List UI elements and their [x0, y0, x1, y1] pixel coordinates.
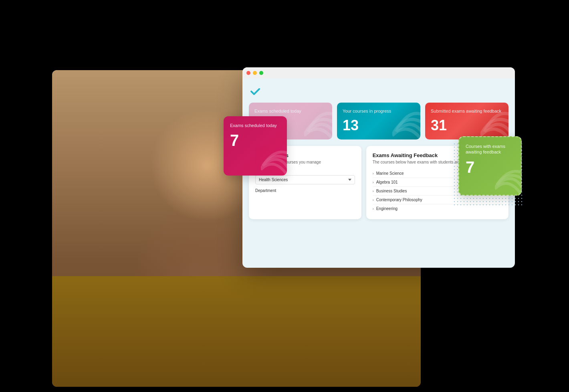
course-name: Business Studies [376, 189, 407, 193]
window-titlebar [242, 67, 515, 79]
chevron-down-icon: › [373, 172, 374, 176]
stat-card-number-teal: 13 [343, 117, 415, 134]
course-name: Contemporary Philosophy [376, 198, 422, 202]
stat-card-label: Exams scheduled today [254, 108, 327, 114]
course-name: Engineering [376, 206, 397, 211]
floating-card-exams-today[interactable]: Exams scheduled today 7 [224, 116, 287, 176]
stat-card-label-red: Submitted exams awaiting feedback [431, 108, 503, 114]
maximize-dot[interactable] [259, 71, 263, 75]
department-label: Department [255, 188, 355, 193]
chevron-down-icon: › [373, 189, 374, 193]
floating-card-label: Exams scheduled today [230, 123, 280, 128]
floating-card-number-green: 7 [466, 158, 515, 176]
floating-card-label-green: Courses with exams awaiting feedback [466, 143, 515, 155]
course-name: Algebra 101 [376, 180, 398, 184]
table-area [52, 276, 421, 387]
stat-card-submitted-awaiting[interactable]: Submitted exams awaiting feedback 31 [425, 103, 508, 139]
stat-card-label-teal: Your courses in progress [343, 108, 415, 114]
chevron-down-icon: › [373, 180, 374, 184]
app-logo [249, 85, 262, 98]
minimize-dot[interactable] [253, 71, 257, 75]
stat-card-number-red: 31 [431, 117, 503, 134]
floating-card-number: 7 [230, 131, 280, 150]
chevron-down-icon: › [373, 207, 374, 211]
stat-cards-row: Exams scheduled today 7 Your courses in … [249, 103, 508, 139]
course-name: Marine Science [376, 171, 404, 176]
scene: Exams scheduled today 7 Your courses in … [0, 0, 569, 392]
close-dot[interactable] [246, 71, 250, 75]
chevron-down-icon: › [373, 198, 374, 202]
school-select[interactable]: Health Sciences [255, 175, 355, 184]
floating-card-courses-feedback[interactable]: Courses with exams awaiting feedback 7 [458, 136, 522, 196]
stat-card-courses-progress[interactable]: Your courses in progress 13 [337, 103, 420, 139]
